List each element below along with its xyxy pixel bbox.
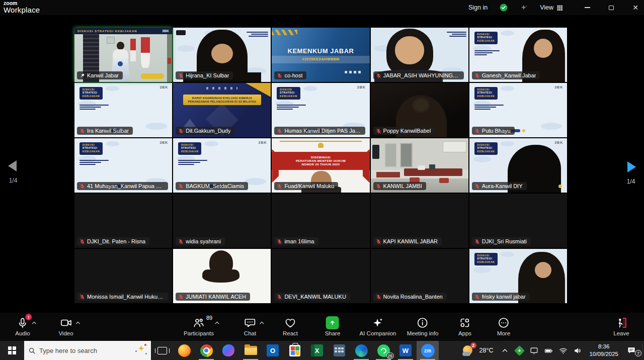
participant-tile[interactable]: DISKUSISTRATEGIKEBIJAKAN3BKAura-Kanwil D… <box>469 138 567 193</box>
leave-button[interactable]: Leave <box>613 316 629 336</box>
participant-tile[interactable]: DEVI_KANWIL MALUKU <box>272 249 369 303</box>
wifi-icon[interactable] <box>558 346 568 355</box>
participant-tile[interactable]: JUMIATI KANWIL ACEH <box>173 249 271 303</box>
view-button[interactable]: View <box>540 4 563 11</box>
weather-icon[interactable]: 2 <box>462 344 475 357</box>
taskbar-app-store[interactable] <box>284 341 306 360</box>
taskbar-app-chrome[interactable] <box>195 341 217 360</box>
participant-tile[interactable]: JABAR_ASIH WAHYUNINGSIH - <box>371 28 468 82</box>
battery-icon[interactable] <box>543 346 553 355</box>
participant-tile[interactable]: DJKI_Dit. Paten - Risna <box>74 194 172 248</box>
video-button[interactable]: Video <box>58 316 73 336</box>
participants-options-caret[interactable] <box>214 319 220 328</box>
participant-tile[interactable]: KANWIL JAMBI <box>371 138 468 193</box>
task-view-icon <box>157 347 167 354</box>
participant-tile[interactable]: Monissa Ismail_Kanwil Hukum... <box>74 249 172 303</box>
slide-title-box: RAPAT KOORDINASI EVALUASI KINERJAPENANGA… <box>183 95 261 105</box>
taskbar-app-zoom[interactable]: zm <box>417 341 439 360</box>
antivirus-icon[interactable]: + <box>514 347 524 354</box>
chat-options-caret[interactable] <box>259 319 265 328</box>
taskbar-app-firefox[interactable] <box>173 341 195 360</box>
windows-taskbar: ✦ O X 26 W zm 2 28°C + 8:3 <box>0 341 644 360</box>
minimize-icon <box>585 7 590 8</box>
participant-tile[interactable]: DISEMINASIPERATURAN MENTERI HUKUMNOMOR 2… <box>272 138 369 193</box>
sign-in-button[interactable]: Sign in <box>468 4 488 11</box>
video-options-caret[interactable] <box>75 319 80 328</box>
tile-text: RAPAT KOORDINASI EVALUASI KINERJA <box>184 97 260 100</box>
participant-tile[interactable]: Poppy KanwilBabel <box>371 83 468 137</box>
share-button[interactable]: Share <box>325 316 341 336</box>
participant-tile[interactable]: DISKUSI STRATEGI KEBIJAKAN3BKKanwil Jaba… <box>74 28 172 82</box>
maximize-button[interactable] <box>608 4 615 11</box>
next-page-arrow[interactable] <box>627 161 636 172</box>
taskbar-app-word[interactable]: W <box>394 341 417 360</box>
participant-name: JABAR_ASIH WAHYUNINGSIH - <box>383 72 460 78</box>
mic-muted-icon <box>474 128 480 134</box>
chat-button[interactable]: Chat <box>244 316 256 336</box>
apps-button[interactable]: Apps <box>458 316 471 336</box>
participant-tile[interactable]: widia syahrani <box>173 194 271 248</box>
participants-button[interactable]: 89 Participants <box>184 316 214 336</box>
more-button[interactable]: More <box>497 316 510 336</box>
tile-art <box>345 71 362 73</box>
task-view-button[interactable] <box>151 341 173 360</box>
participant-tile[interactable]: KAPI KANWIL JABAR <box>371 194 468 248</box>
tile-art <box>141 73 164 79</box>
participant-name: iman 16lima <box>284 238 314 244</box>
display-glyph <box>530 346 538 355</box>
taskbar-app-outlook[interactable]: O <box>262 341 284 360</box>
taskbar-app-calculator[interactable] <box>328 341 350 360</box>
participant-tile[interactable]: DISKUSISTRATEGIKEBIJAKANGanesh_Kanwil Ja… <box>469 28 567 82</box>
participant-tile[interactable]: DJKI_Sri Rusmiati <box>469 194 567 248</box>
meeting-info-button[interactable]: Meeting info <box>407 316 439 336</box>
audio-button[interactable]: ! Audio <box>15 316 30 336</box>
taskbar-app-file-explorer[interactable] <box>239 341 262 360</box>
participant-tile[interactable]: DISKUSISTRATEGIKEBIJAKAN3BKHumas Kanwil … <box>272 83 369 137</box>
participant-tile[interactable]: DISKUSISTRATEGIKEBIJAKANfrisky kanwil ja… <box>469 249 567 303</box>
previous-page-arrow[interactable] <box>8 160 17 171</box>
cast-display-icon[interactable] <box>529 346 539 355</box>
tile-text: KEBIJAKAN <box>181 150 199 153</box>
taskbar-search[interactable]: ✦ <box>24 341 151 360</box>
calculator-icon <box>334 344 345 356</box>
copilot-sparkle-icon[interactable]: ✦ <box>138 343 145 354</box>
participant-tile[interactable]: KEMENKUM JABAR#2025KEDAHWBBMco-host <box>272 28 369 82</box>
mic-muted-icon <box>474 73 480 78</box>
file-explorer-icon <box>245 346 257 355</box>
page-indicator-left: 1/4 <box>3 177 23 184</box>
ai-companion-button[interactable]: AI Companion <box>360 316 396 336</box>
share-icon <box>326 316 339 329</box>
participant-tile[interactable]: Novita Rosalina_Banten <box>371 249 468 303</box>
react-button[interactable]: React <box>283 316 298 336</box>
participant-tile[interactable]: RAPAT KOORDINASI EVALUASI KINERJAPENANGA… <box>173 83 271 137</box>
cloud-icon <box>462 352 470 356</box>
participant-tile[interactable]: iman 16lima <box>272 194 369 248</box>
tile-art <box>372 145 379 159</box>
action-center-button[interactable]: 7 <box>625 346 638 354</box>
close-button[interactable]: ✕ <box>632 4 639 11</box>
participant-tile[interactable]: DISKUSISTRATEGIKEBIJAKAN3BKPutu Bhayu <box>469 83 567 137</box>
search-input[interactable] <box>39 347 120 354</box>
ai-sparkle-icon[interactable] <box>520 4 528 12</box>
taskbar-app-edge[interactable] <box>350 341 372 360</box>
volume-icon[interactable] <box>573 346 583 355</box>
audio-options-caret[interactable] <box>31 319 37 328</box>
participant-tile[interactable]: DISKUSISTRATEGIKEBIJAKAN3BKIra Kanwil Su… <box>74 83 172 137</box>
start-button[interactable] <box>0 341 24 360</box>
temperature-label[interactable]: 28°C <box>479 347 494 354</box>
security-shield-icon[interactable] <box>499 3 508 12</box>
participant-tile[interactable]: Hijrana_KI Sulbar <box>173 28 271 82</box>
participant-tile[interactable]: DISKUSISTRATEGIKEBIJAKAN3BK41 Muhayan_Ka… <box>74 138 172 193</box>
participant-name-label: DJKI_Sri Rusmiati <box>472 237 531 245</box>
taskbar-app-excel[interactable]: X <box>306 341 328 360</box>
mic-muted-icon <box>376 128 381 134</box>
taskbar-clock[interactable]: 8:36 10/09/2025 <box>589 343 618 358</box>
participant-tile[interactable]: DISKUSISTRATEGIKEBIJAKAN3BKBAGKUM_SetdaC… <box>173 138 271 193</box>
minimize-button[interactable] <box>584 4 591 11</box>
taskbar-app-copilot[interactable] <box>217 341 239 360</box>
taskbar-app-whatsapp[interactable]: 26 <box>372 341 394 360</box>
tray-expand-chevron[interactable] <box>500 347 510 354</box>
tile-art <box>206 87 237 89</box>
participant-name: 41 Muhayan_Kanwil Papua Ba... <box>87 183 164 189</box>
mic-muted-icon <box>376 294 381 300</box>
